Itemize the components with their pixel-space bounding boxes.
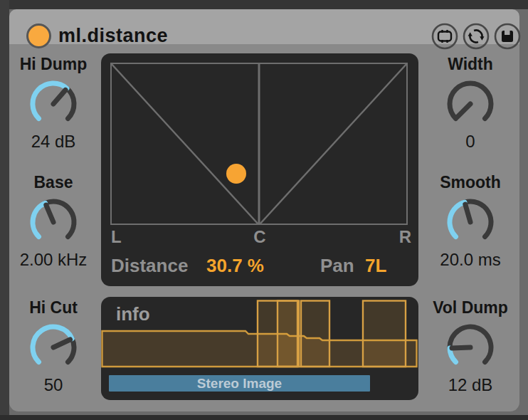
distance-label: Distance: [111, 255, 188, 276]
hi-dump-label: Hi Dump: [11, 54, 96, 74]
info-panel: info Stereo Image: [101, 297, 418, 400]
param-hi-cut: Hi Cut 50: [11, 298, 96, 376]
device-title: ml.distance: [58, 25, 168, 47]
xy-pad-panel: L C R Distance 30.7 % Pan 7L: [101, 53, 418, 286]
base-value[interactable]: 2.00 kHz: [11, 251, 96, 269]
save-icon[interactable]: [493, 22, 522, 51]
hi-dump-knob[interactable]: [25, 75, 82, 132]
smooth-label: Smooth: [428, 172, 513, 192]
width-label: Width: [428, 54, 513, 74]
width-knob[interactable]: [442, 75, 499, 132]
axis-label-right: R: [399, 228, 411, 246]
axis-label-center: C: [101, 228, 418, 246]
frame-icon[interactable]: [431, 22, 459, 51]
vol-dump-value[interactable]: 12 dB: [428, 376, 513, 394]
param-base: Base 2.00 kHz: [11, 172, 96, 251]
distance-value[interactable]: 30.7 %: [206, 255, 264, 276]
hi-cut-value[interactable]: 50: [11, 376, 96, 394]
pan-label: Pan: [320, 255, 354, 276]
sync-icon[interactable]: [462, 22, 490, 51]
info-label: info: [116, 303, 150, 325]
ml-distance-device-window: ml.distance Hi Dump 24 dB Base: [0, 0, 528, 420]
smooth-knob[interactable]: [442, 194, 499, 251]
device-on-toggle[interactable]: [26, 23, 51, 48]
param-width: Width 0: [428, 54, 513, 132]
xy-pad-guides: [110, 63, 408, 225]
background-strip-left: [0, 0, 9, 420]
background-strip-top: [0, 0, 528, 9]
vol-dump-knob[interactable]: [442, 319, 499, 376]
xy-pad-handle[interactable]: [226, 164, 246, 184]
vol-dump-label: Vol Dump: [428, 298, 513, 317]
param-smooth: Smooth 20.0 ms: [428, 172, 513, 251]
smooth-value[interactable]: 20.0 ms: [428, 251, 513, 269]
base-knob[interactable]: [25, 194, 82, 251]
hi-dump-value[interactable]: 24 dB: [11, 132, 96, 151]
base-label: Base: [11, 172, 96, 192]
param-vol-dump: Vol Dump 12 dB: [428, 298, 513, 376]
stereo-image-button[interactable]: Stereo Image: [109, 375, 370, 392]
pan-value[interactable]: 7L: [365, 255, 386, 276]
background-strip-bottom: [0, 415, 528, 420]
hi-cut-label: Hi Cut: [11, 298, 96, 317]
device-titlebar: ml.distance: [9, 9, 519, 44]
param-hi-dump: Hi Dump 24 dB: [11, 54, 96, 132]
hi-cut-knob[interactable]: [25, 319, 82, 376]
width-value[interactable]: 0: [428, 132, 513, 151]
